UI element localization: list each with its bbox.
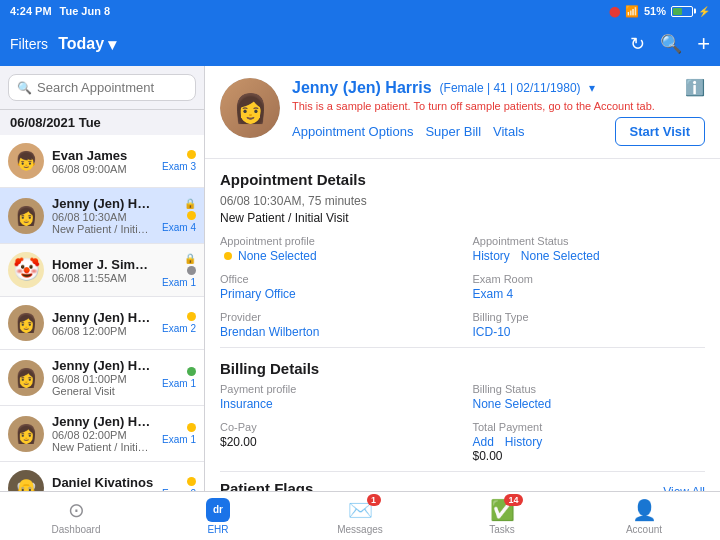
status-bar-left: 4:24 PM Tue Jun 8 (10, 5, 110, 17)
messages-icon: ✉️ 1 (348, 498, 373, 522)
list-item[interactable]: 👴 Daniel Kivatinos 06/08 03:30PM Exam 2 (0, 462, 204, 491)
payment-profile-field: Payment profile Insurance (220, 383, 453, 411)
billing-type-value[interactable]: ICD-10 (473, 325, 706, 339)
exam-room-label: Exam Room (473, 273, 706, 285)
appt-info: Daniel Kivatinos 06/08 03:30PM (52, 475, 154, 492)
status-bar: 4:24 PM Tue Jun 8 ⬤ 📶 51% ⚡ (0, 0, 720, 22)
list-item[interactable]: 👩 Jenny (Jen) Harris 06/08 02:00PM New P… (0, 406, 204, 462)
total-history-link[interactable]: History (505, 435, 542, 449)
tab-messages[interactable]: ✉️ 1 Messages (289, 498, 431, 535)
appt-time-info: 06/08 10:30AM, 75 minutes (220, 194, 705, 208)
account-icon: 👤 (632, 498, 657, 522)
appt-time: 06/08 01:00PM (52, 373, 154, 385)
patient-flags-view-all[interactable]: View All (663, 485, 705, 492)
refresh-icon[interactable]: ↻ (630, 33, 645, 55)
add-icon[interactable]: + (697, 31, 710, 57)
start-visit-button[interactable]: Start Visit (615, 117, 705, 146)
appt-status-value[interactable]: None Selected (521, 249, 600, 263)
appt-status-label: Appointment Status (473, 235, 706, 247)
exam-label: Exam 2 (162, 323, 196, 334)
appointment-options-link[interactable]: Appointment Options (292, 124, 413, 139)
patient-name-row: Jenny (Jen) Harris (Female | 41 | 02/11/… (292, 78, 705, 97)
avatar: 👩 (8, 416, 44, 452)
patient-header: 👩 Jenny (Jen) Harris (Female | 41 | 02/1… (205, 66, 720, 159)
tab-ehr[interactable]: dr EHR (147, 498, 289, 535)
billing-status-field: Billing Status None Selected (473, 383, 706, 411)
filters-button[interactable]: Filters (10, 36, 48, 52)
divider (220, 347, 705, 348)
tasks-icon: ✅ 14 (490, 498, 515, 522)
appt-right: Exam 2 (162, 477, 196, 491)
billing-details-grid: Payment profile Insurance Billing Status… (220, 383, 705, 463)
appt-name: Jenny (Jen) Harris (52, 358, 154, 373)
copay-value: $20.00 (220, 435, 453, 449)
dashboard-label: Dashboard (52, 524, 101, 535)
appt-name: Jenny (Jen) Harris (52, 310, 154, 325)
appt-profile-value-row: None Selected (220, 249, 453, 263)
super-bill-link[interactable]: Super Bill (425, 124, 481, 139)
appt-time: 06/08 11:55AM (52, 272, 154, 284)
tab-tasks[interactable]: ✅ 14 Tasks (431, 498, 573, 535)
appt-status-field: Appointment Status History None Selected (473, 235, 706, 263)
total-add-link[interactable]: Add (473, 435, 494, 449)
patient-actions: Appointment Options Super Bill Vitals St… (292, 117, 705, 146)
list-item[interactable]: 👩 Jenny (Jen) Harris 06/08 12:00PM Exam … (0, 297, 204, 350)
messages-label: Messages (337, 524, 383, 535)
wifi-signal: 📶 (625, 5, 639, 18)
payment-profile-value[interactable]: Insurance (220, 397, 453, 411)
billing-details-title: Billing Details (220, 360, 705, 377)
appt-sub: General Visit (52, 385, 154, 397)
appt-time: 06/08 12:00PM (52, 325, 154, 337)
account-label: Account (626, 524, 662, 535)
search-input[interactable] (37, 80, 187, 95)
appt-profile-value[interactable]: None Selected (238, 249, 317, 263)
list-item[interactable]: 🤡 Homer J. Simpson 06/08 11:55AM 🔒 Exam … (0, 244, 204, 297)
appt-profile-dot (224, 252, 232, 260)
tab-account[interactable]: 👤 Account (573, 498, 715, 535)
messages-badge: 1 (367, 494, 381, 506)
appt-time: 06/08 10:30AM (52, 211, 154, 223)
tab-dashboard[interactable]: ⊙ Dashboard (5, 498, 147, 535)
info-icon[interactable]: ℹ️ (685, 78, 705, 97)
status-dot (187, 367, 196, 376)
main-layout: 🔍 06/08/2021 Tue 👦 Evan James 06/08 09:0… (0, 66, 720, 491)
status-dot (187, 211, 196, 220)
appt-right: Exam 2 (162, 312, 196, 334)
status-bar-right: ⬤ 📶 51% ⚡ (609, 5, 710, 18)
copay-label: Co-Pay (220, 421, 453, 433)
list-item[interactable]: 👩 Jenny (Jen) Harris 06/08 10:30AM New P… (0, 188, 204, 244)
patient-chevron: ▾ (589, 81, 595, 95)
status-dot (187, 312, 196, 321)
avatar: 👩 (8, 198, 44, 234)
billing-status-value[interactable]: None Selected (473, 397, 706, 411)
patient-photo: 👩 (220, 78, 280, 138)
lock-icon: 🔒 (184, 198, 196, 209)
appt-name: Evan James (52, 148, 154, 163)
provider-value[interactable]: Brendan Wilberton (220, 325, 453, 339)
exam-label: Exam 1 (162, 277, 196, 288)
exam-room-value[interactable]: Exam 4 (473, 287, 706, 301)
wifi-percent: 51% (644, 5, 666, 17)
today-button[interactable]: Today ▾ (58, 35, 116, 54)
appt-sub: New Patient / Initial Visit (52, 223, 154, 235)
appt-info: Jenny (Jen) Harris 06/08 12:00PM (52, 310, 154, 337)
tasks-label: Tasks (489, 524, 515, 535)
patient-avatar: 👩 (220, 78, 280, 138)
total-payment-field: Total Payment Add History $0.00 (473, 421, 706, 463)
appt-status-history[interactable]: History (473, 249, 510, 263)
appt-info: Jenny (Jen) Harris 06/08 10:30AM New Pat… (52, 196, 154, 235)
vitals-link[interactable]: Vitals (493, 124, 525, 139)
search-icon[interactable]: 🔍 (660, 33, 682, 55)
sidebar: 🔍 06/08/2021 Tue 👦 Evan James 06/08 09:0… (0, 66, 205, 491)
list-item[interactable]: 👩 Jenny (Jen) Harris 06/08 01:00PM Gener… (0, 350, 204, 406)
exam-label: Exam 1 (162, 434, 196, 445)
divider2 (220, 471, 705, 472)
appt-time: 06/08 03:30PM (52, 490, 154, 492)
nav-bar-right: ↻ 🔍 + (630, 31, 710, 57)
charging-icon: ⚡ (698, 6, 710, 17)
appt-info: Jenny (Jen) Harris 06/08 01:00PM General… (52, 358, 154, 397)
appt-name: Jenny (Jen) Harris (52, 414, 154, 429)
list-item[interactable]: 👦 Evan James 06/08 09:00AM Exam 3 (0, 135, 204, 188)
tab-bar: ⊙ Dashboard dr EHR ✉️ 1 Messages ✅ 14 Ta… (0, 491, 720, 540)
office-value[interactable]: Primary Office (220, 287, 453, 301)
